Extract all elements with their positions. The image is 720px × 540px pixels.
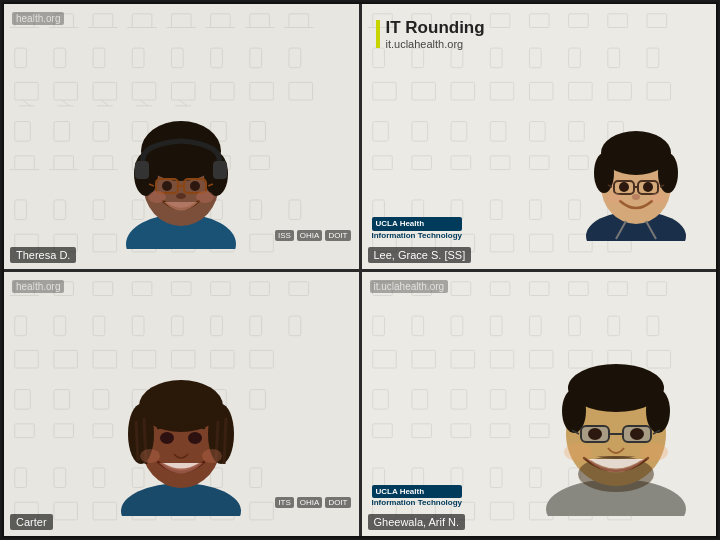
svg-point-91 (148, 191, 166, 203)
svg-rect-246 (372, 350, 396, 368)
svg-point-92 (196, 191, 214, 203)
svg-rect-119 (372, 122, 388, 142)
svg-rect-248 (451, 350, 475, 368)
svg-rect-60 (54, 200, 66, 220)
svg-rect-277 (490, 502, 514, 520)
svg-point-162 (650, 193, 666, 203)
svg-rect-239 (411, 316, 423, 336)
url-label-br: it.uclahealth.org (370, 280, 449, 293)
svg-rect-111 (372, 82, 396, 100)
ucla-info-tech-br: Information Technology (372, 498, 463, 508)
svg-rect-190 (54, 389, 70, 409)
svg-rect-234 (529, 281, 549, 295)
name-label-br: Gheewala, Arif N. (368, 514, 466, 530)
svg-rect-263 (451, 423, 471, 437)
tag-ohia-bl: OHIA (297, 497, 323, 508)
svg-rect-112 (411, 82, 435, 100)
svg-rect-73 (250, 234, 274, 252)
svg-rect-108 (568, 48, 580, 68)
svg-point-227 (188, 432, 202, 444)
svg-point-229 (202, 449, 222, 463)
svg-point-228 (140, 449, 160, 463)
svg-rect-262 (411, 423, 431, 437)
svg-rect-175 (54, 316, 66, 336)
svg-rect-110 (647, 48, 659, 68)
svg-rect-179 (211, 316, 223, 336)
ucla-badge-tr: UCLA Health Information Technology (372, 217, 463, 240)
svg-rect-270 (490, 467, 502, 487)
svg-point-161 (606, 193, 622, 203)
svg-rect-196 (15, 423, 35, 437)
svg-rect-103 (372, 48, 384, 68)
svg-point-295 (564, 443, 592, 461)
svg-rect-18 (93, 48, 105, 68)
svg-rect-176 (93, 316, 105, 336)
arif-avatar (526, 326, 706, 516)
svg-rect-4 (93, 14, 113, 28)
yellow-accent-bar (376, 20, 380, 48)
svg-rect-137 (529, 200, 541, 220)
svg-rect-202 (15, 467, 27, 487)
svg-rect-17 (54, 48, 66, 68)
tags-tl: ISS OHIA DOIT (275, 230, 351, 241)
it-rounding-url: it.uclahealth.org (386, 38, 485, 50)
svg-rect-232 (451, 281, 471, 295)
svg-point-294 (630, 428, 644, 440)
tag-its: ITS (275, 497, 293, 508)
name-label-tl: Theresa D. (10, 247, 76, 263)
svg-rect-120 (411, 122, 427, 142)
svg-rect-117 (607, 82, 631, 100)
svg-rect-143 (490, 234, 514, 252)
svg-rect-241 (490, 316, 502, 336)
tag-doit: DOIT (325, 230, 350, 241)
svg-rect-247 (411, 350, 435, 368)
svg-rect-113 (451, 82, 475, 100)
svg-line-222 (136, 421, 138, 461)
svg-rect-171 (211, 281, 231, 295)
svg-rect-6 (132, 14, 152, 28)
tag-doit-bl: DOIT (325, 497, 350, 508)
svg-rect-100 (568, 14, 588, 28)
svg-rect-41 (289, 82, 313, 100)
tile-top-right: IT Rounding it.uclahealth.org (362, 4, 717, 269)
svg-rect-21 (211, 48, 223, 68)
svg-rect-203 (54, 467, 66, 487)
svg-rect-59 (15, 200, 27, 220)
svg-rect-144 (529, 234, 553, 252)
svg-point-160 (632, 194, 640, 200)
svg-rect-180 (250, 316, 262, 336)
tile-bottom-right: it.uclahealth.org UCLA Health Informatio… (362, 272, 717, 537)
svg-rect-22 (250, 48, 262, 68)
svg-rect-14 (289, 14, 309, 28)
it-rounding-overlay: IT Rounding it.uclahealth.org (376, 18, 485, 50)
svg-rect-20 (171, 48, 183, 68)
svg-point-88 (162, 181, 172, 191)
it-rounding-title: IT Rounding (386, 18, 485, 38)
svg-rect-177 (132, 316, 144, 336)
svg-rect-237 (647, 281, 667, 295)
svg-rect-197 (54, 423, 74, 437)
svg-point-90 (176, 193, 186, 199)
url-label-bl: health.org (12, 280, 64, 293)
svg-rect-49 (15, 156, 35, 170)
svg-point-293 (588, 428, 602, 440)
svg-rect-264 (490, 423, 510, 437)
svg-rect-168 (93, 281, 113, 295)
tag-ohia: OHIA (297, 230, 323, 241)
svg-rect-109 (607, 48, 619, 68)
svg-rect-174 (15, 316, 27, 336)
tile-bottom-left: health.org Carter ITS OHIA DOIT (4, 272, 359, 537)
svg-rect-183 (54, 350, 78, 368)
svg-rect-128 (451, 156, 471, 170)
svg-rect-65 (250, 200, 262, 220)
carter-avatar (106, 346, 256, 516)
svg-rect-169 (132, 281, 152, 295)
video-grid: health.org Theresa D. ISS OHIA DOIT (2, 2, 718, 538)
svg-rect-204 (93, 467, 105, 487)
svg-line-31 (101, 100, 109, 106)
svg-rect-107 (529, 48, 541, 68)
svg-rect-254 (372, 389, 388, 409)
svg-rect-170 (171, 281, 191, 295)
svg-rect-40 (250, 82, 274, 100)
svg-rect-82 (213, 161, 227, 179)
